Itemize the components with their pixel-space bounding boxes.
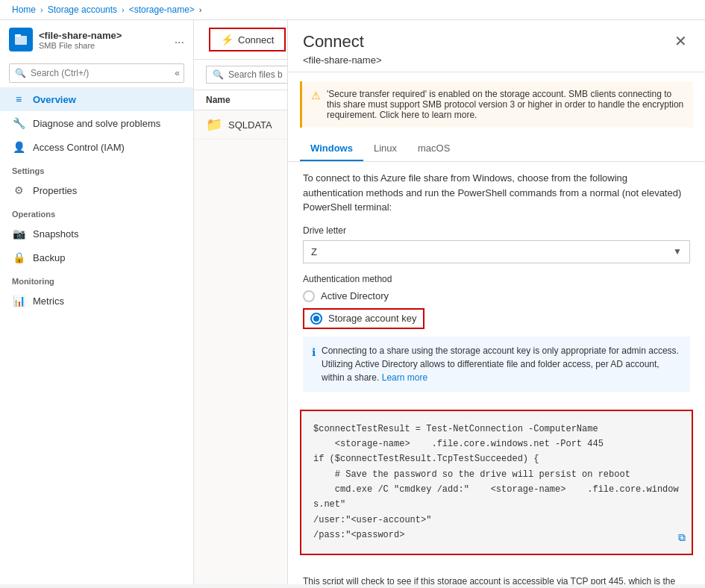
auth-radio-group: Active Directory Storage account key [303, 290, 690, 329]
info-icon: ℹ [312, 345, 316, 384]
breadcrumb-storage-name: <storage-name> [129, 4, 195, 15]
panel-close-button[interactable]: ✕ [671, 32, 690, 50]
breadcrumb-sep-3: › [199, 5, 202, 14]
radio-ad-label: Active Directory [321, 290, 389, 301]
sidebar-search-input[interactable] [9, 63, 184, 83]
sidebar: <file-share-name> SMB File share ... 🔍 «… [0, 20, 194, 584]
tab-macos[interactable]: macOS [407, 137, 460, 161]
sidebar-item-properties[interactable]: ⚙ Properties [0, 178, 193, 202]
tab-windows[interactable]: Windows [300, 137, 363, 161]
code-line-3: if ($connectTestResult.TcpTestSucceeded)… [313, 451, 680, 466]
search-icon: 🔍 [15, 68, 26, 78]
radio-key-inner [313, 316, 319, 322]
breadcrumb: Home › Storage accounts › <storage-name>… [0, 0, 705, 20]
learn-more-link[interactable]: Learn more [382, 372, 427, 383]
connect-button-icon: ⚡ [221, 34, 234, 46]
tab-linux[interactable]: Linux [363, 137, 407, 161]
panel-title: Connect [303, 32, 382, 51]
svg-rect-1 [15, 34, 21, 37]
sidebar-file-name: <file-share-name> [39, 30, 122, 41]
radio-key-selected-wrapper: Storage account key [303, 308, 424, 329]
sidebar-item-overview[interactable]: ≡ Overview [0, 87, 193, 111]
panel-body: ⚠ 'Secure transfer required' is enabled … [288, 72, 705, 584]
drive-letter-label: Drive letter [303, 225, 690, 236]
code-line-5: cmd.exe /C "cmdkey /add:" <storage-name>… [313, 482, 680, 513]
radio-active-directory[interactable]: Active Directory [303, 290, 690, 302]
dropdown-arrow-icon: ▼ [673, 246, 682, 257]
breadcrumb-home[interactable]: Home [12, 4, 36, 15]
radio-key-label: Storage account key [328, 313, 417, 324]
sidebar-snapshots-label: Snapshots [33, 228, 78, 240]
snapshots-icon: 📷 [12, 228, 25, 240]
drive-letter-value: Z [311, 246, 317, 257]
operations-section-label: Operations [0, 202, 193, 222]
panel-tabs: Windows Linux macOS [288, 137, 705, 162]
sidebar-item-metrics[interactable]: 📊 Metrics [0, 289, 193, 313]
sidebar-header: <file-share-name> SMB File share ... [0, 20, 193, 59]
copy-icon[interactable]: ⧉ [678, 530, 686, 548]
code-line-2: <storage-name> .file.core.windows.net -P… [313, 437, 680, 451]
warning-icon: ⚠ [311, 90, 321, 120]
code-line-4: # Save the password so the drive will pe… [313, 467, 680, 482]
sidebar-search-box: 🔍 « [9, 63, 184, 83]
sidebar-backup-label: Backup [33, 252, 65, 263]
panel-windows-section: To connect to this Azure file share from… [288, 162, 705, 410]
metrics-icon: 📊 [12, 295, 25, 307]
bottom-text-1: This script will check to see if this st… [303, 576, 679, 584]
file-search-icon: 🔍 [213, 69, 224, 80]
sidebar-properties-label: Properties [33, 185, 77, 196]
sidebar-item-backup[interactable]: 🔒 Backup [0, 245, 193, 269]
svg-rect-0 [15, 36, 27, 45]
info-text: Connecting to a share using the storage … [322, 344, 681, 384]
code-line-6: /user:"<user-account>" [313, 513, 680, 528]
bottom-description: This script will check to see if this st… [288, 566, 705, 584]
breadcrumb-sep-2: › [122, 5, 125, 14]
sidebar-more-options[interactable]: ... [175, 33, 184, 46]
panel-title-block: Connect <file-share-name> [303, 32, 382, 66]
sidebar-subtitle: SMB File share [39, 41, 122, 50]
connect-panel: Connect <file-share-name> ✕ ⚠ 'Secure tr… [287, 20, 705, 584]
iam-icon: 👤 [12, 141, 25, 153]
sidebar-item-snapshots[interactable]: 📷 Snapshots [0, 222, 193, 245]
warning-text: 'Secure transfer required' is enabled on… [327, 89, 684, 120]
code-block: $connectTestResult = Test-NetConnection … [300, 410, 693, 555]
auth-method-label: Authentication method [303, 274, 690, 284]
overview-icon: ≡ [12, 93, 25, 105]
sidebar-item-diagnose[interactable]: 🔧 Diagnose and solve problems [0, 111, 193, 135]
drive-letter-dropdown[interactable]: Z ▼ [303, 240, 690, 263]
sidebar-iam-label: Access Control (IAM) [33, 142, 125, 153]
sidebar-title-block: <file-share-name> SMB File share [39, 30, 122, 50]
sidebar-metrics-label: Metrics [33, 295, 64, 307]
code-line-7: /pass:"<password> [313, 528, 680, 542]
sidebar-item-access-control[interactable]: 👤 Access Control (IAM) [0, 135, 193, 159]
panel-description: To connect to this Azure file share from… [303, 171, 690, 215]
file-search-container: 🔍 Search files b [206, 66, 289, 84]
warning-banner: ⚠ 'Secure transfer required' is enabled … [300, 81, 693, 128]
settings-section-label: Settings [0, 159, 193, 178]
monitoring-section-label: Monitoring [0, 269, 193, 289]
folder-icon: 📁 [206, 116, 222, 133]
radio-ad-circle [303, 290, 315, 302]
radio-key-circle [310, 313, 322, 325]
sidebar-diagnose-label: Diagnose and solve problems [33, 118, 160, 129]
file-search-label: Search files b [228, 69, 283, 80]
panel-subtitle: <file-share-name> [303, 54, 382, 66]
properties-icon: ⚙ [12, 184, 25, 196]
connect-button[interactable]: ⚡ Connect [209, 28, 286, 51]
code-line-1: $connectTestResult = Test-NetConnection … [313, 422, 680, 437]
breadcrumb-sep-1: › [40, 5, 43, 14]
file-name: SQLDATA [228, 119, 272, 131]
info-box: ℹ Connecting to a share using the storag… [303, 337, 690, 392]
file-table-name-col: Name [206, 95, 231, 105]
file-share-icon [9, 28, 33, 51]
radio-storage-key[interactable]: Storage account key [303, 308, 690, 329]
main-content: ⚡ Connect 🔍 Search files b Name 📁 SQLDAT… [194, 20, 705, 584]
collapse-icon[interactable]: « [175, 68, 180, 78]
breadcrumb-storage-accounts[interactable]: Storage accounts [48, 4, 117, 15]
sidebar-overview-label: Overview [33, 94, 76, 105]
panel-header: Connect <file-share-name> ✕ [288, 20, 705, 72]
connect-button-label: Connect [238, 34, 274, 46]
diagnose-icon: 🔧 [12, 117, 25, 129]
backup-icon: 🔒 [12, 251, 25, 263]
